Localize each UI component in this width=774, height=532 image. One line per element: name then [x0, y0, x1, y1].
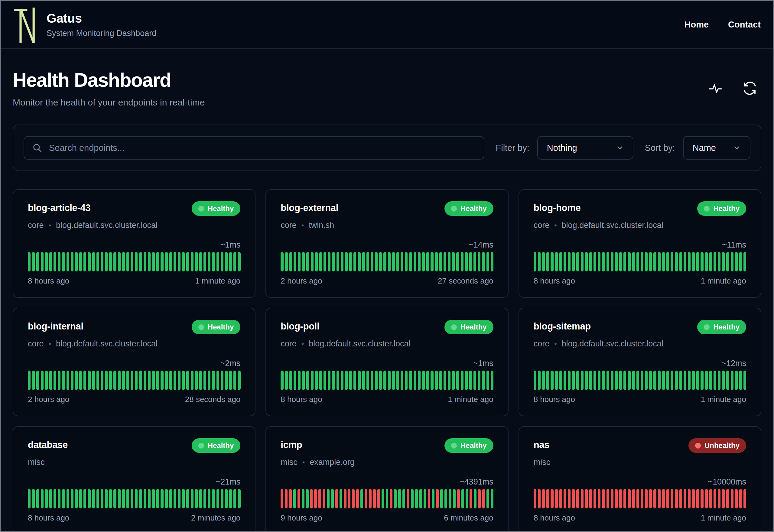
meta-separator: •: [302, 458, 305, 467]
uptime-bar-up: [165, 371, 168, 390]
endpoint-card[interactable]: blog-sitemap Healthy core • blog.default…: [519, 308, 761, 416]
time-range: 9 hours ago 6 minutes ago: [281, 513, 493, 523]
uptime-bar-up: [135, 252, 138, 271]
uptime-bar-down: [568, 489, 571, 508]
uptime-bar-up: [607, 252, 609, 271]
uptime-bars: [281, 371, 493, 390]
uptime-bar-up: [49, 489, 52, 508]
uptime-bar-up: [692, 371, 695, 390]
latency-value: ~12ms: [534, 349, 746, 368]
uptime-bar-up: [559, 252, 562, 271]
search-input[interactable]: [49, 143, 476, 153]
uptime-bar-up: [641, 252, 643, 271]
endpoint-meta: core • blog.default.svc.cluster.local: [28, 339, 240, 349]
uptime-bar-down: [365, 489, 367, 508]
status-badge: Healthy: [192, 320, 241, 334]
endpoint-card[interactable]: blog-external Healthy core • twin.sh ~14…: [265, 189, 508, 298]
uptime-bar-up: [396, 371, 399, 390]
uptime-bars: [28, 489, 240, 508]
uptime-bar-up: [144, 371, 146, 390]
nav-home-link[interactable]: Home: [684, 20, 709, 30]
uptime-bar-up: [392, 371, 395, 390]
uptime-bar-up: [306, 371, 309, 390]
uptime-bar-down: [356, 489, 359, 508]
uptime-bar-up: [36, 252, 39, 271]
sort-select-value: Name: [693, 143, 716, 153]
endpoint-name: blog-home: [534, 203, 581, 213]
uptime-bar-up: [478, 252, 480, 271]
uptime-bar-down: [726, 489, 729, 508]
controls-panel: Filter by: Nothing Sort by: Name: [13, 125, 761, 171]
uptime-bar-up: [54, 252, 56, 271]
status-dot-icon: [695, 443, 701, 449]
latency-value: ~11ms: [534, 230, 746, 250]
endpoint-card[interactable]: nas Unhealthy misc ~10000ms 8 hours ago …: [519, 426, 761, 532]
uptime-bar-up: [324, 252, 326, 271]
uptime-bar-up: [546, 371, 549, 390]
uptime-bar-up: [415, 489, 418, 508]
uptime-bar-up: [619, 252, 622, 271]
uptime-bar-up: [238, 489, 240, 508]
nav-contact-link[interactable]: Contact: [728, 20, 761, 30]
uptime-bar-up: [366, 252, 369, 271]
endpoint-card[interactable]: blog-home Healthy core • blog.default.sv…: [519, 189, 761, 298]
endpoint-card[interactable]: blog-internal Healthy core • blog.defaul…: [13, 308, 255, 416]
endpoint-meta: misc • example.org: [281, 458, 493, 467]
uptime-bar-up: [28, 252, 31, 271]
uptime-bar-up: [353, 252, 356, 271]
uptime-bar-up: [216, 252, 219, 271]
uptime-bar-up: [696, 371, 699, 390]
uptime-bar-up: [319, 252, 322, 271]
uptime-bar-down: [722, 489, 725, 508]
uptime-bar-up: [135, 489, 138, 508]
endpoint-card[interactable]: database Healthy misc ~21ms 8 hours ago …: [13, 426, 255, 532]
uptime-bar-up: [619, 371, 622, 390]
uptime-bar-up: [426, 371, 429, 390]
uptime-bar-up: [534, 252, 536, 271]
refresh-icon[interactable]: [743, 81, 757, 96]
uptime-bars: [534, 371, 746, 390]
uptime-bar-up: [156, 489, 159, 508]
uptime-bar-up: [478, 371, 480, 390]
uptime-bars: [534, 252, 746, 271]
uptime-bar-up: [714, 252, 716, 271]
uptime-bar-down: [636, 489, 639, 508]
uptime-bar-up: [401, 252, 403, 271]
endpoint-card[interactable]: blog-poll Healthy core • blog.default.sv…: [265, 308, 508, 416]
brand[interactable]: Gatus System Monitoring Dashboard: [13, 6, 156, 43]
endpoint-card[interactable]: blog-article-43 Healthy core • blog.defa…: [13, 189, 255, 298]
uptime-bar-up: [32, 371, 35, 390]
uptime-bar-up: [144, 252, 146, 271]
uptime-bar-up: [161, 489, 163, 508]
activity-icon[interactable]: [708, 81, 723, 96]
uptime-bar-up: [203, 489, 206, 508]
time-range-start: 8 hours ago: [281, 395, 322, 404]
filter-select[interactable]: Nothing: [537, 136, 633, 160]
uptime-bar-up: [327, 489, 330, 508]
status-badge: Healthy: [444, 438, 493, 453]
uptime-bars: [28, 371, 240, 390]
uptime-bar-up: [113, 489, 116, 508]
uptime-bar-up: [602, 252, 605, 271]
search-box[interactable]: [24, 136, 484, 160]
uptime-bar-up: [92, 489, 95, 508]
meta-separator: •: [554, 340, 557, 348]
uptime-bar-up: [221, 489, 223, 508]
time-range-end: 1 minute ago: [701, 513, 746, 523]
latency-value: ~2ms: [28, 349, 240, 368]
endpoint-name: blog-article-43: [28, 203, 90, 213]
time-range-end: 6 minutes ago: [444, 513, 493, 523]
uptime-bar-up: [340, 489, 342, 508]
time-range-start: 8 hours ago: [534, 276, 575, 286]
app-subtitle: System Monitoring Dashboard: [47, 29, 156, 38]
sort-select[interactable]: Name: [683, 136, 750, 160]
uptime-bar-up: [542, 252, 545, 271]
uptime-bar-up: [337, 371, 339, 390]
chevron-down-icon: [733, 144, 741, 152]
latency-value: ~14ms: [281, 230, 493, 250]
uptime-bar-up: [281, 371, 283, 390]
uptime-bar-up: [178, 489, 180, 508]
endpoint-card[interactable]: icmp Healthy misc • example.org ~4391ms …: [265, 426, 508, 532]
time-range-end: 1 minute ago: [195, 276, 240, 286]
uptime-bar-up: [461, 489, 464, 508]
